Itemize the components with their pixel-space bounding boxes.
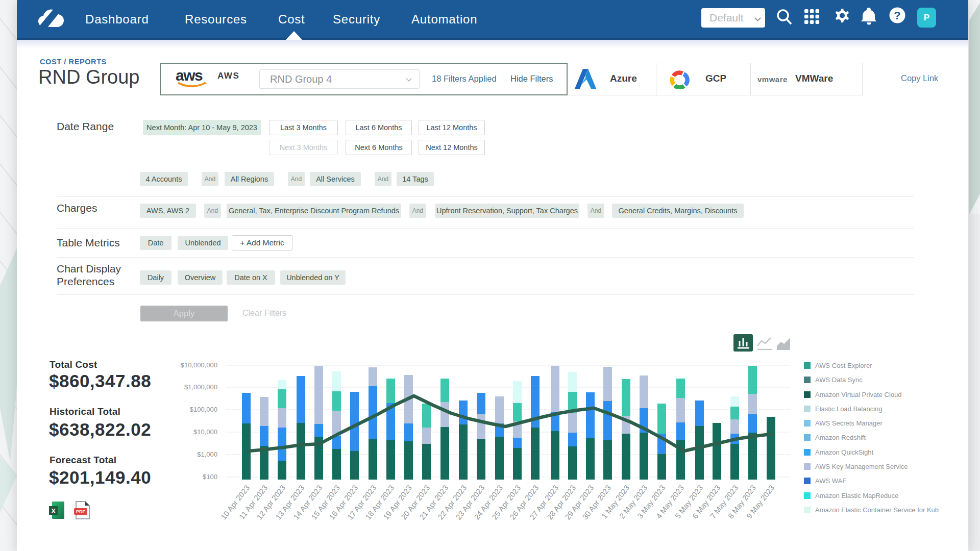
svg-text:$10,000,000: $10,000,000 — [181, 361, 217, 369]
svg-text:?: ? — [894, 9, 900, 22]
svg-text:$100: $100 — [203, 473, 217, 481]
svg-text:aws: aws — [176, 67, 203, 84]
svg-text:PDF: PDF — [76, 509, 86, 514]
svg-text:X: X — [51, 507, 56, 515]
svg-text:$1,000,000: $1,000,000 — [184, 383, 217, 391]
svg-text:$1,000: $1,000 — [197, 450, 217, 458]
svg-text:$100,000: $100,000 — [190, 406, 217, 413]
svg-text:$10,000: $10,000 — [193, 428, 217, 436]
